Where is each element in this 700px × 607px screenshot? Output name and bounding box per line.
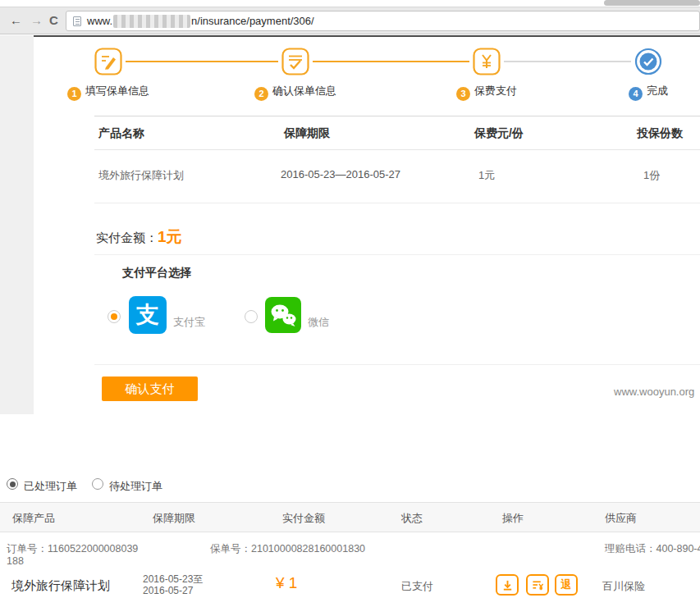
step3-pay-premium-icon (472, 47, 501, 76)
confirm-payment-button[interactable]: 确认支付 (102, 377, 198, 401)
download-action-button[interactable] (496, 574, 519, 596)
processed-orders-radio[interactable] (7, 478, 18, 490)
url-prefix: www. (87, 15, 112, 27)
page-top-border (34, 35, 700, 37)
col-header-fee: 保费元/份 (474, 126, 524, 141)
step1-label: 1填写保单信息 (43, 84, 174, 101)
back-icon[interactable]: ← (10, 13, 22, 28)
invoice-icon (531, 579, 545, 591)
payment-top-divider (94, 254, 700, 255)
forward-icon[interactable]: → (30, 13, 43, 28)
refund-action-button[interactable]: 退 (555, 574, 578, 596)
step-connector-1-2 (126, 61, 278, 62)
cell-period: 2016-05-23—2016-05-27 (281, 168, 400, 180)
alipay-radio[interactable] (108, 310, 121, 323)
wechat-logo-icon[interactable] (265, 297, 301, 333)
amount-label: 实付金额： (96, 230, 158, 244)
orders-col-supplier: 供应商 (605, 511, 637, 526)
col-header-period: 保障期限 (284, 126, 330, 141)
order-number-line1: 订单号：1160522000008039 (7, 542, 138, 556)
cell-count: 1份 (643, 168, 660, 183)
orders-col-status: 状态 (401, 511, 423, 526)
order-row-period-line2: 2016-05-27 (143, 585, 193, 596)
alipay-logo-glyph: 支 (136, 299, 159, 331)
amount-value: 1元 (158, 228, 182, 245)
step3-number-badge: 3 (456, 87, 470, 101)
payment-bottom-divider (94, 364, 700, 365)
download-icon (501, 579, 514, 591)
orders-col-amount: 实付金额 (282, 511, 325, 526)
invoice-action-button[interactable] (526, 574, 549, 596)
step2-label-text: 确认保单信息 (272, 84, 336, 97)
orders-col-product: 保障产品 (12, 511, 55, 526)
order-row-supplier: 百川保险 (602, 579, 645, 594)
browser-toolbar: ← → C www. n/insurance/payment/306/ (0, 7, 700, 34)
watermark-text: www.wooyun.org (614, 386, 694, 398)
cell-fee: 1元 (478, 168, 495, 183)
step2-number-badge: 2 (254, 87, 268, 101)
scrollbar-fragment (604, 0, 700, 6)
pending-orders-radio[interactable] (92, 478, 103, 490)
col-header-count: 投保份数 (637, 126, 683, 141)
payment-platform-title: 支付平台选择 (122, 266, 191, 281)
cell-product: 境外旅行保障计划 (98, 168, 184, 183)
step-connector-2-3 (313, 61, 469, 62)
screenshot-root: ← → C www. n/insurance/payment/306/ (0, 0, 700, 607)
processed-orders-label[interactable]: 已处理订单 (24, 479, 77, 494)
orders-col-period: 保障期限 (153, 511, 195, 526)
wechat-radio[interactable] (245, 310, 258, 323)
page-icon (73, 16, 81, 26)
url-suffix: n/insurance/payment/306/ (191, 15, 314, 27)
step3-label: 3保费支付 (421, 84, 552, 101)
step1-number-badge: 1 (67, 87, 81, 101)
order-row-status: 已支付 (401, 579, 433, 594)
step-connector-3-4 (504, 61, 631, 62)
alipay-logo-icon[interactable]: 支 (129, 296, 167, 334)
table-top-divider (94, 116, 700, 116)
alipay-label: 支付宝 (173, 315, 205, 330)
step1-label-text: 填写保单信息 (85, 84, 149, 97)
step4-label: 4完成 (583, 84, 700, 101)
order-number-line2: 188 (7, 555, 24, 567)
wechat-label: 微信 (308, 315, 329, 330)
order-row-product: 境外旅行保障计划 (11, 578, 110, 594)
step3-label-text: 保费支付 (474, 84, 517, 97)
step2-confirm-policy-icon (281, 47, 310, 76)
pending-orders-label[interactable]: 待处理订单 (109, 479, 162, 494)
orders-table-header (0, 502, 700, 532)
step1-edit-policy-icon (94, 47, 123, 76)
order-row-amount: ¥ 1 (276, 574, 297, 592)
step2-label: 2确认保单信息 (230, 84, 361, 101)
address-bar[interactable]: www. n/insurance/payment/306/ (66, 11, 700, 31)
table-bottom-divider (94, 203, 700, 203)
col-header-product: 产品名称 (98, 126, 144, 141)
url-redacted-segment (113, 15, 190, 28)
step4-complete-check-icon (634, 47, 663, 76)
table-header-divider (94, 149, 700, 150)
page-left-gutter (0, 35, 34, 414)
orders-col-actions: 操作 (502, 511, 524, 526)
amount-due: 实付金额：1元 (96, 226, 182, 248)
policy-number: 保单号：21010000828160001830 (210, 542, 365, 556)
step4-label-text: 完成 (647, 84, 668, 97)
claim-phone: 理赔电话：400-890-4 (605, 542, 700, 556)
reload-icon[interactable]: C (49, 13, 58, 28)
step4-number-badge: 4 (629, 87, 643, 101)
